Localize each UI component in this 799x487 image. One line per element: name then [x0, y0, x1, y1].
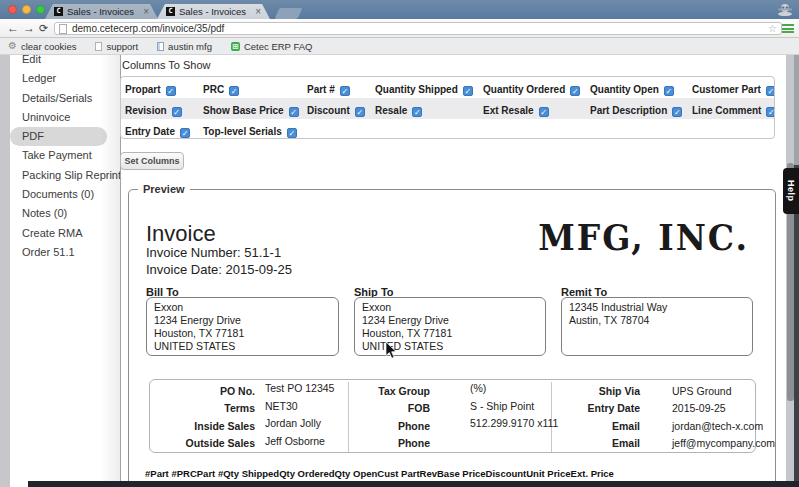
checkbox-checked-icon[interactable]: ✓: [766, 86, 775, 96]
checkbox-checked-icon[interactable]: ✓: [229, 86, 239, 96]
sidebar-item-ledger[interactable]: Ledger: [10, 69, 110, 88]
forward-button[interactable]: →: [23, 20, 35, 37]
column-label: Entry Date: [125, 126, 175, 137]
checkbox-checked-icon[interactable]: ✓: [166, 86, 176, 96]
column-label: Show Base Price: [203, 105, 284, 116]
checkbox-checked-icon[interactable]: ✓: [340, 86, 350, 96]
bookmark-cetec-erp-faq[interactable]: ⊞ Cetec ERP FAQ: [231, 41, 312, 52]
reload-button[interactable]: ⟳: [39, 20, 48, 37]
checkbox-checked-icon[interactable]: ✓: [289, 107, 299, 117]
sidebar-item-pdf[interactable]: PDF: [10, 127, 107, 146]
url-text[interactable]: demo.cetecerp.com/invoice/35/pdf: [72, 23, 768, 34]
tab-sales-invoices-1[interactable]: C Sales - Invoices ×: [45, 4, 158, 19]
column-toggle-ext-resale[interactable]: Ext Resale✓: [479, 100, 586, 118]
columns-row: Entry Date✓ Top-level Serials✓: [121, 119, 774, 139]
bookmark-star-icon[interactable]: ☆: [768, 23, 777, 34]
sidebar-item-details-serials[interactable]: Details/Serials: [10, 89, 110, 108]
details-row: Outside Sales Jeff Osborne Phone Email j…: [150, 435, 755, 453]
detail-label: Email: [552, 420, 642, 432]
url-bar[interactable]: demo.cetecerp.com/invoice/35/pdf ☆: [54, 22, 782, 35]
close-window-button[interactable]: [8, 5, 17, 14]
browser-toolbar: ← → ⟳ demo.cetecerp.com/invoice/35/pdf ☆: [0, 19, 799, 38]
checkbox-checked-icon[interactable]: ✓: [412, 107, 422, 117]
set-columns-button[interactable]: Set Columns: [120, 152, 184, 170]
checkbox-checked-icon[interactable]: ✓: [287, 128, 297, 138]
line-header: Qty Shipped: [223, 468, 279, 479]
tab-close-icon[interactable]: ×: [143, 7, 149, 17]
sidebar-item-packing-slip-reprint[interactable]: Packing Slip Reprint: [10, 166, 110, 185]
checkbox-checked-icon[interactable]: ✓: [180, 128, 190, 138]
zoom-window-button[interactable]: [36, 5, 45, 14]
line-header: Ext. Price: [571, 468, 614, 479]
column-toggle-entry-date[interactable]: Entry Date✓: [121, 121, 199, 139]
page-icon: [95, 42, 102, 51]
sidebar-item-notes[interactable]: Notes (0): [10, 204, 110, 223]
bookmark-support[interactable]: support: [95, 41, 138, 52]
column-toggle-propart[interactable]: Propart✓: [121, 79, 199, 97]
checkbox-checked-icon[interactable]: ✓: [355, 107, 365, 117]
sidebar-item-create-rma[interactable]: Create RMA: [10, 224, 110, 243]
checkbox-checked-icon[interactable]: ✓: [664, 86, 674, 96]
line-header: Qty Ordered: [279, 468, 334, 479]
detail-value: (%): [432, 382, 552, 400]
column-toggle-revision[interactable]: Revision✓: [121, 100, 199, 118]
tab-title: Sales - Invoices: [179, 6, 246, 17]
detail-label: Inside Sales: [150, 420, 257, 432]
bookmark-clear-cookies[interactable]: ⚙ clear cookies: [8, 41, 76, 52]
bookmark-label: Cetec ERP FAQ: [244, 41, 312, 52]
detail-label: PO No.: [150, 385, 257, 397]
detail-value: [432, 435, 552, 453]
line-header: Qty Open: [335, 468, 378, 479]
minimize-window-button[interactable]: [22, 5, 31, 14]
address-line: Austin, TX 78704: [569, 314, 745, 327]
tab-close-icon[interactable]: ×: [255, 7, 261, 17]
checkbox-checked-icon[interactable]: ✓: [766, 107, 775, 117]
column-toggle-quantity-shipped[interactable]: Quantity Shipped✓: [371, 79, 479, 97]
bookmark-label: support: [106, 41, 138, 52]
checkbox-checked-icon[interactable]: ✓: [570, 86, 580, 96]
column-toggle-top-level-serials[interactable]: Top-level Serials✓: [199, 121, 303, 139]
sidebar-item-documents[interactable]: Documents (0): [10, 185, 110, 204]
help-tab[interactable]: Help: [783, 168, 799, 214]
column-toggle-quantity-open[interactable]: Quantity Open✓: [586, 79, 688, 97]
checkbox-checked-icon[interactable]: ✓: [172, 107, 182, 117]
main-panel: Columns To Show Propart✓ PRC✓ Part #✓ Qu…: [120, 55, 786, 487]
sidebar-item-edit[interactable]: Edit: [10, 55, 110, 69]
column-toggle-part-description[interactable]: Part Description✓: [586, 100, 688, 118]
bill-to-address: Exxon 1234 Energy Drive Houston, TX 7718…: [146, 297, 339, 356]
ship-to-address: Exxon 1234 Energy Drive Houston, TX 7718…: [354, 297, 546, 356]
incognito-icon: [777, 2, 793, 20]
sidebar-item-uninvoice[interactable]: Uninvoice: [10, 108, 110, 127]
address-line: Houston, TX 77181: [154, 327, 331, 340]
detail-value: jeff@mycompany.com: [642, 437, 757, 449]
back-button[interactable]: ←: [7, 20, 19, 37]
new-tab-button[interactable]: [275, 8, 303, 19]
bookmark-austin-mfg[interactable]: austin mfg: [157, 41, 212, 52]
column-toggle-discount[interactable]: Discount✓: [303, 100, 371, 118]
invoice-date: Invoice Date: 2015-09-25: [146, 262, 292, 277]
column-toggle-part-number[interactable]: Part #✓: [303, 79, 371, 97]
column-toggle-prc[interactable]: PRC✓: [199, 79, 303, 97]
detail-value: 2015-09-25: [642, 402, 757, 414]
tab-sales-invoices-2[interactable]: C Sales - Invoices ×: [157, 4, 270, 19]
column-toggle-line-comment[interactable]: Line Comment✓: [688, 100, 775, 118]
column-label: Quantity Shipped: [375, 84, 458, 95]
line-header: PRC: [177, 468, 197, 479]
column-toggle-show-base-price[interactable]: Show Base Price✓: [199, 100, 303, 118]
page-icon: [157, 42, 164, 51]
browser-menu-icon[interactable]: [782, 24, 794, 35]
detail-label: FOB: [349, 402, 432, 414]
column-label: Quantity Open: [590, 84, 659, 95]
checkbox-checked-icon[interactable]: ✓: [672, 107, 682, 117]
detail-label: Tax Group: [349, 385, 432, 397]
column-toggle-resale[interactable]: Resale✓: [371, 100, 479, 118]
checkbox-checked-icon[interactable]: ✓: [463, 86, 473, 96]
column-toggle-customer-part[interactable]: Customer Part✓: [688, 79, 775, 97]
sidebar-item-take-payment[interactable]: Take Payment: [10, 146, 110, 165]
gear-icon: ⚙: [8, 41, 17, 51]
checkbox-checked-icon[interactable]: ✓: [539, 107, 549, 117]
sidebar-item-order[interactable]: Order 51.1: [10, 243, 110, 262]
column-toggle-quantity-ordered[interactable]: Quantity Ordered✓: [479, 79, 586, 97]
browser-window: C Sales - Invoices × C Sales - Invoices …: [0, 0, 799, 487]
detail-label: Terms: [150, 402, 257, 414]
